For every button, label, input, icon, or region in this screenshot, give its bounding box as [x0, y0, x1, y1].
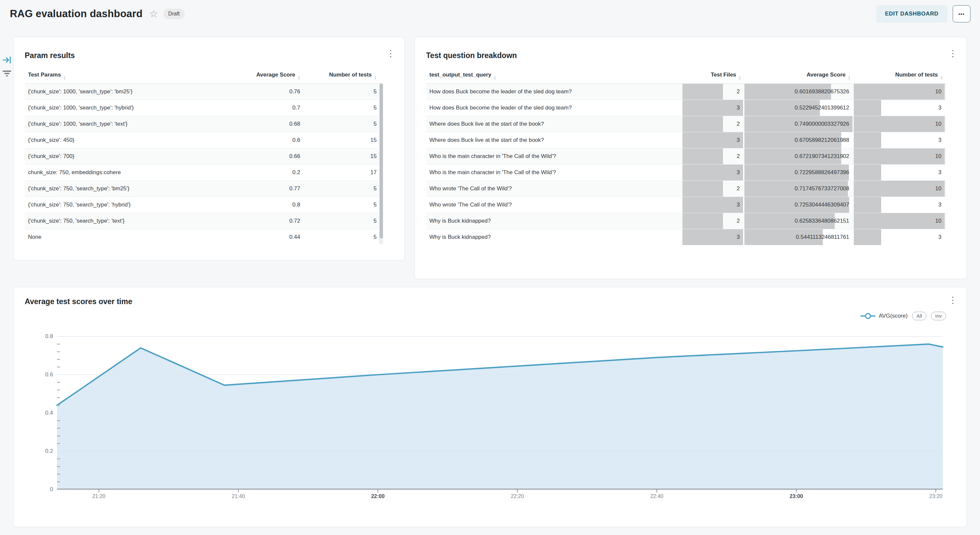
data-bar-wrap: 10 [854, 149, 945, 164]
cell-params: {'chunk_size': 1000, 'search_type': 'bm2… [25, 84, 228, 100]
cell-params: {'chunk_size': 1000, 'search_type': 'hyb… [25, 100, 228, 116]
cell-avg: 0.77 [228, 181, 304, 197]
data-bar [682, 84, 723, 100]
cell-average-score: 0.7174576733727008 [745, 181, 854, 197]
kebab-menu-icon[interactable]: ⋮ [947, 295, 959, 305]
data-bar [854, 229, 881, 245]
data-bar-wrap: 3 [854, 132, 945, 148]
cell-avg: 0.44 [228, 229, 304, 245]
cell-n: 15 [304, 149, 380, 164]
cell-value: 3 [939, 132, 942, 148]
cell-test-files: 2 [682, 149, 745, 164]
data-bar-wrap: 3 [682, 229, 743, 245]
edit-dashboard-button[interactable]: EDIT DASHBOARD [876, 5, 947, 22]
data-bar [682, 164, 743, 180]
cell-test-files: 2 [682, 181, 745, 197]
cell-n: 5 [304, 197, 380, 213]
expand-panel-icon[interactable] [2, 56, 12, 65]
cell-value: 0.6016938820675326 [795, 84, 849, 100]
column-header-query[interactable]: test_output_test_query▲▼ [426, 68, 682, 84]
cell-avg: 0.72 [228, 213, 304, 229]
sort-icon: ▲▼ [738, 75, 741, 80]
cell-value: 2 [737, 181, 740, 196]
series-marker-icon [861, 313, 875, 319]
cell-n: 17 [304, 164, 380, 181]
cell-number-of-tests: 10 [854, 149, 946, 164]
data-bar-wrap: 2 [682, 149, 743, 164]
table-header-row: test_output_test_query▲▼ Test Files▲▼ Av… [426, 68, 946, 84]
table-row: {'chunk_size': 1000, 'search_type': 'bm2… [25, 84, 380, 100]
data-bar-wrap: 0.7174576733727008 [745, 181, 853, 196]
data-bar-wrap: 0.7229588826497396 [745, 164, 853, 180]
cell-value: 2 [737, 116, 740, 132]
data-bar [854, 116, 945, 132]
filter-icon[interactable] [2, 70, 11, 77]
column-header-number-of-tests[interactable]: Number of tests▲▼ [854, 68, 946, 84]
table-scrollbar[interactable] [379, 83, 383, 244]
kebab-menu-icon[interactable]: ⋮ [384, 48, 397, 59]
cell-average-score: 0.7253044446309407 [745, 197, 854, 213]
cell-params: {'chunk_size': 450} [25, 132, 228, 149]
x-axis-tick-label: 22:00 [365, 493, 391, 499]
legend-all-button[interactable]: All [912, 312, 926, 320]
table-row: {'chunk_size': 1000, 'search_type': 'tex… [25, 116, 380, 132]
data-bar-wrap: 0.6721907341231902 [745, 149, 853, 164]
cell-params: None [25, 229, 228, 245]
cell-n: 5 [304, 229, 380, 245]
area-chart [57, 337, 943, 493]
cell-test-files: 3 [682, 100, 745, 116]
data-bar-wrap: 3 [682, 100, 743, 116]
cell-query: Why is Buck kidnapped? [426, 213, 682, 229]
cell-average-score: 0.7490000003327926 [745, 116, 854, 132]
cell-avg: 0.8 [228, 197, 304, 213]
cell-average-score: 0.6705898212061988 [745, 132, 854, 149]
column-header-average-score[interactable]: Average Score▲▼ [228, 68, 304, 84]
side-controls [1, 56, 13, 77]
table-header-row: Test Params▲▼ Average Score▲▼ Number of … [25, 68, 380, 84]
cell-value: 3 [737, 197, 740, 213]
table-row: {'chunk_size': 1000, 'search_type': 'hyb… [25, 100, 380, 116]
table-row: Why is Buck kidnapped?30.544111324681176… [426, 229, 946, 245]
sort-icon: ▲▼ [63, 75, 66, 80]
sort-icon: ▲▼ [940, 75, 943, 80]
scrollbar-thumb[interactable] [380, 83, 383, 238]
legend-item-avg-score[interactable]: AVG(score) [861, 313, 908, 319]
cell-value: 0.7174576733727008 [795, 181, 849, 196]
data-bar-wrap: 3 [854, 197, 945, 213]
star-favorite-icon[interactable]: ☆ [149, 9, 158, 19]
chart-panel: Average test scores over time ⋮ AVG(scor… [13, 287, 967, 527]
column-header-test-params[interactable]: Test Params▲▼ [25, 68, 228, 84]
cell-value: 0.5441113246811761 [796, 229, 849, 245]
x-axis-tick-label: 22:20 [504, 493, 531, 499]
data-bar-wrap: 10 [854, 181, 945, 196]
cell-params: {'chunk_size': 750, 'search_type': 'hybr… [25, 197, 228, 213]
more-options-button[interactable]: ••• [953, 5, 970, 22]
kebab-menu-icon[interactable]: ⋮ [947, 48, 959, 59]
data-bar-wrap: 0.7490000003327926 [745, 116, 853, 132]
cell-query: How does Buck become the leader of the s… [426, 84, 682, 100]
data-bar [854, 164, 881, 180]
cell-value: 10 [935, 116, 942, 132]
cell-value: 2 [737, 84, 740, 100]
table-row: Where does Buck live at the start of the… [426, 132, 946, 149]
cell-number-of-tests: 10 [854, 84, 946, 100]
cell-params: {'chunk_size': 750, 'search_type': 'text… [25, 213, 228, 229]
table-row: {'chunk_size': 750, 'search_type': 'text… [25, 213, 380, 229]
cell-number-of-tests: 3 [854, 197, 946, 213]
column-header-number-of-tests[interactable]: Number of tests▲▼ [304, 68, 380, 84]
cell-query: Why is Buck kidnapped? [426, 229, 682, 245]
cell-number-of-tests: 10 [854, 213, 946, 229]
cell-params: chunk_size: 750, embeddings:cohere [25, 164, 228, 181]
data-bar [854, 181, 945, 196]
cell-average-score: 0.7229588826497396 [745, 164, 854, 181]
data-bar [854, 84, 945, 100]
cell-value: 10 [935, 149, 942, 164]
cell-value: 0.6705898212061988 [795, 132, 849, 148]
data-bar-wrap: 3 [854, 229, 945, 245]
legend-inv-button[interactable]: Inv [931, 312, 946, 320]
cell-n: 5 [304, 84, 380, 100]
cell-n: 5 [304, 100, 380, 116]
column-header-average-score[interactable]: Average Score▲▼ [745, 68, 854, 84]
data-bar-wrap: 2 [682, 213, 743, 229]
column-header-test-files[interactable]: Test Files▲▼ [682, 68, 745, 84]
